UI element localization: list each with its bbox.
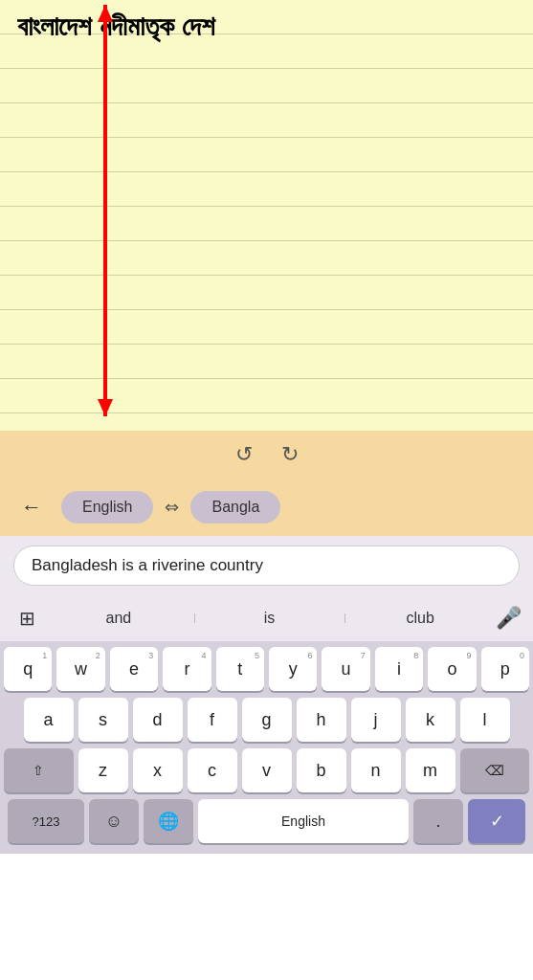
key-q[interactable]: q1 xyxy=(4,647,52,691)
key-z[interactable]: z xyxy=(78,748,128,792)
backspace-key[interactable]: ⌫ xyxy=(460,748,530,792)
notepad-area: বাংলাদেশ নদীমাতৃক দেশ xyxy=(0,0,533,431)
key-v[interactable]: v xyxy=(242,748,292,792)
english-lang-button[interactable]: English xyxy=(61,491,153,523)
key-row-4: ?123 ☺ 🌐 English . ✓ xyxy=(4,799,529,843)
numbers-key[interactable]: ?123 xyxy=(8,799,84,843)
key-l[interactable]: l xyxy=(460,698,510,742)
keyboard: q1 w2 e3 r4 t5 y6 u7 i8 o9 p0 a s d f g … xyxy=(0,641,533,854)
key-row-1: q1 w2 e3 r4 t5 y6 u7 i8 o9 p0 xyxy=(4,647,529,691)
input-row xyxy=(0,536,533,595)
key-s[interactable]: s xyxy=(78,698,128,742)
key-w[interactable]: w2 xyxy=(56,647,104,691)
notepad-lines xyxy=(0,0,533,431)
key-row-3: ⇧ z x c v b n m ⌫ xyxy=(4,748,529,792)
key-n[interactable]: n xyxy=(351,748,401,792)
period-key[interactable]: . xyxy=(413,799,463,843)
key-c[interactable]: c xyxy=(188,748,237,792)
key-a[interactable]: a xyxy=(24,698,74,742)
key-y[interactable]: y6 xyxy=(269,647,317,691)
key-j[interactable]: j xyxy=(351,698,401,742)
apps-icon[interactable]: ⊞ xyxy=(11,607,43,630)
lang-switcher: ← English ⇔ Bangla xyxy=(0,479,533,536)
key-b[interactable]: b xyxy=(297,748,346,792)
key-u[interactable]: u7 xyxy=(322,647,369,691)
translation-input[interactable] xyxy=(13,546,520,586)
redo-button[interactable]: ↻ xyxy=(281,442,299,467)
emoji-key[interactable]: ☺ xyxy=(89,799,139,843)
key-g[interactable]: g xyxy=(242,698,292,742)
suggestion-1[interactable]: and xyxy=(43,610,194,627)
suggestions-bar: ⊞ and is club 🎤 xyxy=(0,595,533,641)
key-r[interactable]: r4 xyxy=(163,647,211,691)
toolbar: ↺ ↻ xyxy=(0,431,533,479)
back-button[interactable]: ← xyxy=(13,491,50,523)
notepad-text: বাংলাদেশ নদীমাতৃক দেশ xyxy=(17,11,215,43)
suggestion-2[interactable]: is xyxy=(194,610,345,627)
key-i[interactable]: i8 xyxy=(375,647,423,691)
globe-key[interactable]: 🌐 xyxy=(144,799,193,843)
suggestion-3[interactable]: club xyxy=(344,610,496,627)
red-arrow xyxy=(103,5,107,416)
key-e[interactable]: e3 xyxy=(110,647,158,691)
space-key[interactable]: English xyxy=(198,799,409,843)
mic-button[interactable]: 🎤 xyxy=(496,606,522,631)
key-k[interactable]: k xyxy=(406,698,455,742)
key-t[interactable]: t5 xyxy=(216,647,264,691)
done-key[interactable]: ✓ xyxy=(468,799,525,843)
swap-icon: ⇔ xyxy=(165,497,179,518)
shift-key[interactable]: ⇧ xyxy=(4,748,74,792)
key-x[interactable]: x xyxy=(133,748,183,792)
key-row-2: a s d f g h j k l xyxy=(4,698,529,742)
key-f[interactable]: f xyxy=(188,698,237,742)
key-d[interactable]: d xyxy=(133,698,183,742)
key-h[interactable]: h xyxy=(297,698,346,742)
bangla-lang-button[interactable]: Bangla xyxy=(190,491,280,523)
key-m[interactable]: m xyxy=(406,748,455,792)
key-p[interactable]: p0 xyxy=(481,647,529,691)
key-o[interactable]: o9 xyxy=(428,647,476,691)
undo-button[interactable]: ↺ xyxy=(235,442,253,467)
